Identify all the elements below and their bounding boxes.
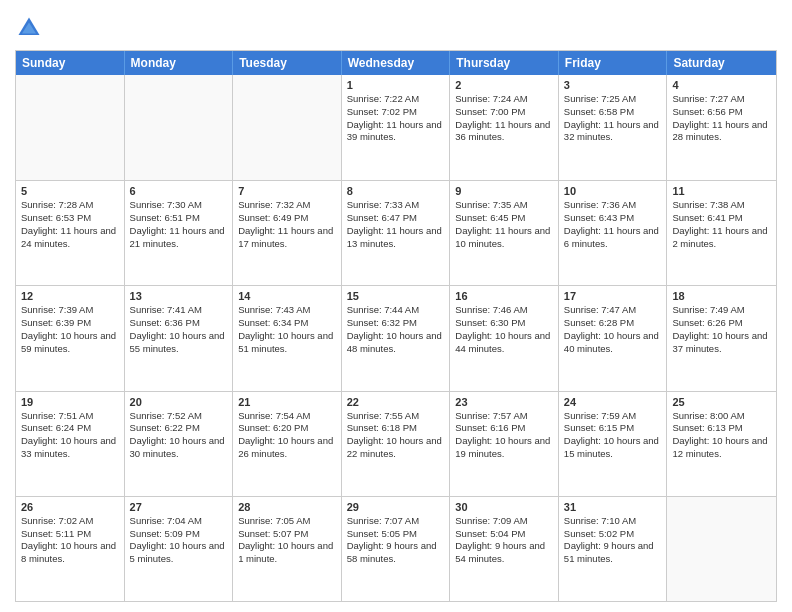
day-number: 19	[21, 396, 119, 408]
calendar-cell: 14Sunrise: 7:43 AM Sunset: 6:34 PM Dayli…	[233, 286, 342, 390]
calendar-cell: 18Sunrise: 7:49 AM Sunset: 6:26 PM Dayli…	[667, 286, 776, 390]
day-info: Sunrise: 7:25 AM Sunset: 6:58 PM Dayligh…	[564, 93, 662, 144]
day-number: 9	[455, 185, 553, 197]
day-number: 26	[21, 501, 119, 513]
calendar-cell: 23Sunrise: 7:57 AM Sunset: 6:16 PM Dayli…	[450, 392, 559, 496]
calendar-cell: 16Sunrise: 7:46 AM Sunset: 6:30 PM Dayli…	[450, 286, 559, 390]
calendar-cell: 26Sunrise: 7:02 AM Sunset: 5:11 PM Dayli…	[16, 497, 125, 601]
header-day-sunday: Sunday	[16, 51, 125, 75]
calendar-row: 26Sunrise: 7:02 AM Sunset: 5:11 PM Dayli…	[16, 496, 776, 601]
day-info: Sunrise: 7:05 AM Sunset: 5:07 PM Dayligh…	[238, 515, 336, 566]
day-info: Sunrise: 7:30 AM Sunset: 6:51 PM Dayligh…	[130, 199, 228, 250]
day-info: Sunrise: 7:10 AM Sunset: 5:02 PM Dayligh…	[564, 515, 662, 566]
calendar-row: 12Sunrise: 7:39 AM Sunset: 6:39 PM Dayli…	[16, 285, 776, 390]
day-number: 16	[455, 290, 553, 302]
calendar-cell: 6Sunrise: 7:30 AM Sunset: 6:51 PM Daylig…	[125, 181, 234, 285]
header-day-thursday: Thursday	[450, 51, 559, 75]
day-number: 7	[238, 185, 336, 197]
calendar-cell: 24Sunrise: 7:59 AM Sunset: 6:15 PM Dayli…	[559, 392, 668, 496]
day-number: 28	[238, 501, 336, 513]
day-number: 27	[130, 501, 228, 513]
calendar-cell: 31Sunrise: 7:10 AM Sunset: 5:02 PM Dayli…	[559, 497, 668, 601]
calendar-cell	[16, 75, 125, 180]
day-info: Sunrise: 8:00 AM Sunset: 6:13 PM Dayligh…	[672, 410, 771, 461]
logo	[15, 14, 47, 42]
day-info: Sunrise: 7:43 AM Sunset: 6:34 PM Dayligh…	[238, 304, 336, 355]
day-info: Sunrise: 7:28 AM Sunset: 6:53 PM Dayligh…	[21, 199, 119, 250]
day-info: Sunrise: 7:52 AM Sunset: 6:22 PM Dayligh…	[130, 410, 228, 461]
calendar-cell: 4Sunrise: 7:27 AM Sunset: 6:56 PM Daylig…	[667, 75, 776, 180]
page-container: SundayMondayTuesdayWednesdayThursdayFrid…	[0, 0, 792, 612]
day-info: Sunrise: 7:57 AM Sunset: 6:16 PM Dayligh…	[455, 410, 553, 461]
calendar-row: 19Sunrise: 7:51 AM Sunset: 6:24 PM Dayli…	[16, 391, 776, 496]
day-number: 8	[347, 185, 445, 197]
day-info: Sunrise: 7:32 AM Sunset: 6:49 PM Dayligh…	[238, 199, 336, 250]
day-number: 10	[564, 185, 662, 197]
day-info: Sunrise: 7:55 AM Sunset: 6:18 PM Dayligh…	[347, 410, 445, 461]
day-number: 30	[455, 501, 553, 513]
header-day-tuesday: Tuesday	[233, 51, 342, 75]
day-info: Sunrise: 7:36 AM Sunset: 6:43 PM Dayligh…	[564, 199, 662, 250]
day-number: 25	[672, 396, 771, 408]
day-number: 5	[21, 185, 119, 197]
calendar-cell: 3Sunrise: 7:25 AM Sunset: 6:58 PM Daylig…	[559, 75, 668, 180]
day-number: 22	[347, 396, 445, 408]
day-number: 6	[130, 185, 228, 197]
day-info: Sunrise: 7:44 AM Sunset: 6:32 PM Dayligh…	[347, 304, 445, 355]
calendar-cell: 29Sunrise: 7:07 AM Sunset: 5:05 PM Dayli…	[342, 497, 451, 601]
calendar-cell: 9Sunrise: 7:35 AM Sunset: 6:45 PM Daylig…	[450, 181, 559, 285]
calendar-header: SundayMondayTuesdayWednesdayThursdayFrid…	[16, 51, 776, 75]
calendar-cell	[233, 75, 342, 180]
day-number: 29	[347, 501, 445, 513]
day-number: 12	[21, 290, 119, 302]
calendar-cell: 2Sunrise: 7:24 AM Sunset: 7:00 PM Daylig…	[450, 75, 559, 180]
calendar-cell: 19Sunrise: 7:51 AM Sunset: 6:24 PM Dayli…	[16, 392, 125, 496]
calendar-cell	[667, 497, 776, 601]
calendar-cell: 8Sunrise: 7:33 AM Sunset: 6:47 PM Daylig…	[342, 181, 451, 285]
day-number: 31	[564, 501, 662, 513]
day-info: Sunrise: 7:22 AM Sunset: 7:02 PM Dayligh…	[347, 93, 445, 144]
calendar-cell: 12Sunrise: 7:39 AM Sunset: 6:39 PM Dayli…	[16, 286, 125, 390]
day-number: 17	[564, 290, 662, 302]
header-day-wednesday: Wednesday	[342, 51, 451, 75]
day-info: Sunrise: 7:27 AM Sunset: 6:56 PM Dayligh…	[672, 93, 771, 144]
calendar-cell: 5Sunrise: 7:28 AM Sunset: 6:53 PM Daylig…	[16, 181, 125, 285]
day-info: Sunrise: 7:49 AM Sunset: 6:26 PM Dayligh…	[672, 304, 771, 355]
day-info: Sunrise: 7:35 AM Sunset: 6:45 PM Dayligh…	[455, 199, 553, 250]
day-number: 21	[238, 396, 336, 408]
day-number: 1	[347, 79, 445, 91]
calendar-cell: 1Sunrise: 7:22 AM Sunset: 7:02 PM Daylig…	[342, 75, 451, 180]
day-info: Sunrise: 7:04 AM Sunset: 5:09 PM Dayligh…	[130, 515, 228, 566]
calendar-cell: 13Sunrise: 7:41 AM Sunset: 6:36 PM Dayli…	[125, 286, 234, 390]
calendar-row: 5Sunrise: 7:28 AM Sunset: 6:53 PM Daylig…	[16, 180, 776, 285]
calendar-body: 1Sunrise: 7:22 AM Sunset: 7:02 PM Daylig…	[16, 75, 776, 601]
day-number: 24	[564, 396, 662, 408]
calendar-cell: 28Sunrise: 7:05 AM Sunset: 5:07 PM Dayli…	[233, 497, 342, 601]
day-info: Sunrise: 7:41 AM Sunset: 6:36 PM Dayligh…	[130, 304, 228, 355]
calendar-row: 1Sunrise: 7:22 AM Sunset: 7:02 PM Daylig…	[16, 75, 776, 180]
day-number: 13	[130, 290, 228, 302]
calendar-cell: 11Sunrise: 7:38 AM Sunset: 6:41 PM Dayli…	[667, 181, 776, 285]
day-info: Sunrise: 7:59 AM Sunset: 6:15 PM Dayligh…	[564, 410, 662, 461]
calendar: SundayMondayTuesdayWednesdayThursdayFrid…	[15, 50, 777, 602]
day-info: Sunrise: 7:02 AM Sunset: 5:11 PM Dayligh…	[21, 515, 119, 566]
calendar-cell: 17Sunrise: 7:47 AM Sunset: 6:28 PM Dayli…	[559, 286, 668, 390]
calendar-cell: 27Sunrise: 7:04 AM Sunset: 5:09 PM Dayli…	[125, 497, 234, 601]
header-day-saturday: Saturday	[667, 51, 776, 75]
day-info: Sunrise: 7:33 AM Sunset: 6:47 PM Dayligh…	[347, 199, 445, 250]
day-info: Sunrise: 7:54 AM Sunset: 6:20 PM Dayligh…	[238, 410, 336, 461]
calendar-cell: 25Sunrise: 8:00 AM Sunset: 6:13 PM Dayli…	[667, 392, 776, 496]
calendar-cell: 30Sunrise: 7:09 AM Sunset: 5:04 PM Dayli…	[450, 497, 559, 601]
day-info: Sunrise: 7:46 AM Sunset: 6:30 PM Dayligh…	[455, 304, 553, 355]
calendar-cell: 10Sunrise: 7:36 AM Sunset: 6:43 PM Dayli…	[559, 181, 668, 285]
calendar-cell	[125, 75, 234, 180]
calendar-cell: 15Sunrise: 7:44 AM Sunset: 6:32 PM Dayli…	[342, 286, 451, 390]
day-number: 14	[238, 290, 336, 302]
day-number: 20	[130, 396, 228, 408]
day-info: Sunrise: 7:51 AM Sunset: 6:24 PM Dayligh…	[21, 410, 119, 461]
day-number: 11	[672, 185, 771, 197]
day-number: 15	[347, 290, 445, 302]
header-day-friday: Friday	[559, 51, 668, 75]
day-number: 18	[672, 290, 771, 302]
page-header	[15, 10, 777, 42]
